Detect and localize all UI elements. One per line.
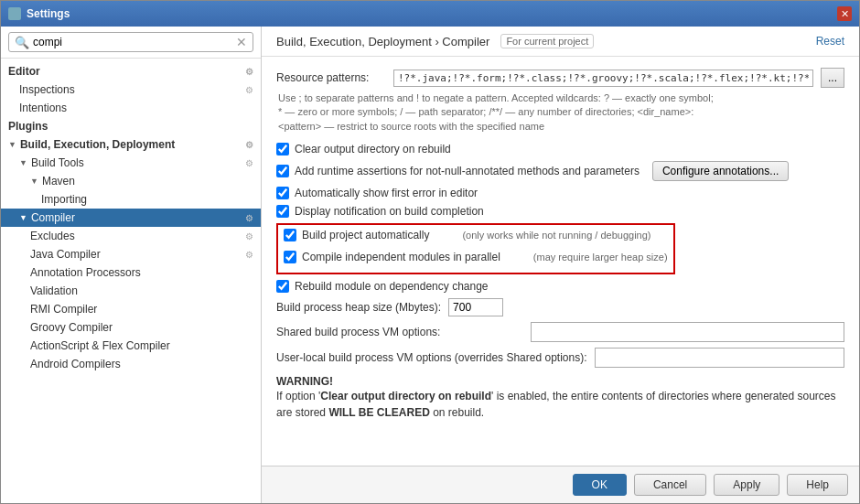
shared-vm-input[interactable] [531,322,844,342]
compile-parallel-note: (may require larger heap size) [533,252,668,263]
resource-patterns-input[interactable] [393,70,813,87]
rebuild-module-label[interactable]: Rebuild module on dependency change [295,280,489,293]
annotation-processors-label: Annotation Processors [30,266,141,279]
rebuild-module-row: Rebuild module on dependency change [276,280,844,293]
title-bar: Settings ✕ [1,1,859,27]
compile-parallel-label[interactable]: Compile independent modules in parallel [302,251,500,263]
search-icon: 🔍 [15,36,29,49]
build-config-icon: ⚙ [245,140,253,150]
breadcrumb: Build, Execution, Deployment › Compiler … [276,34,594,48]
settings-app-icon [8,7,21,20]
display-notification-row: Display notification on build completion [276,205,844,218]
heap-size-row: Build process heap size (Mbytes): [276,298,844,316]
main-panel: Build, Execution, Deployment › Compiler … [262,27,859,503]
search-box: 🔍 ✕ [1,27,261,59]
maven-label: Maven [42,175,75,188]
heap-size-label: Build process heap size (Mbytes): [276,301,441,314]
sidebar-item-editor[interactable]: Editor ⚙ [1,62,261,80]
sidebar-tree: Editor ⚙ Inspections ⚙ Intentions Plugin… [1,59,261,503]
inspections-config-icon: ⚙ [245,85,253,95]
resource-patterns-label: Resource patterns: [276,71,386,84]
clear-output-label[interactable]: Clear output directory on rebuild [295,143,451,155]
display-notification-checkbox[interactable] [276,205,289,218]
sidebar-item-validation[interactable]: Validation [1,282,261,300]
sidebar-item-android[interactable]: Android Compilers [1,355,261,373]
java-compiler-config-icon: ⚙ [245,250,253,260]
sidebar-item-build-execution[interactable]: ▼ Build, Execution, Deployment ⚙ [1,135,261,154]
main-content: Resource patterns: ... Use ; to separate… [262,57,859,466]
highlighted-section: Build project automatically (only works … [276,223,675,274]
runtime-assertions-row: Add runtime assertions for not-null-anno… [276,161,844,181]
help-button[interactable]: Help [787,474,848,496]
sidebar-item-actionscript[interactable]: ActionScript & Flex Compiler [1,337,261,355]
apply-button[interactable]: Apply [714,474,779,496]
warning-section: WARNING! If option 'Clear output directo… [276,375,844,421]
sidebar-item-importing[interactable]: Importing [1,190,261,209]
intentions-label: Intentions [19,102,67,114]
clear-output-row: Clear output directory on rebuild [276,143,844,155]
heap-size-input[interactable] [448,298,503,316]
sidebar-item-plugins[interactable]: Plugins [1,117,261,135]
build-tools-config-icon: ⚙ [245,158,253,168]
cancel-button[interactable]: Cancel [634,474,706,496]
search-input[interactable] [33,36,236,48]
build-auto-row: Build project automatically (only works … [284,229,668,241]
auto-show-error-checkbox[interactable] [276,187,289,199]
build-tools-triangle: ▼ [19,158,27,167]
sidebar-item-inspections[interactable]: Inspections ⚙ [1,80,261,99]
validation-label: Validation [30,284,78,297]
auto-show-error-row: Automatically show first error in editor [276,187,844,199]
build-execution-label: Build, Execution, Deployment [20,138,175,151]
shared-vm-label: Shared build process VM options: [276,326,523,338]
configure-annotations-button[interactable]: Configure annotations... [652,161,789,181]
compiler-label: Compiler [31,211,75,224]
sidebar-item-groovy-compiler[interactable]: Groovy Compiler [1,318,261,337]
build-auto-checkbox[interactable] [284,229,296,241]
build-tools-label: Build Tools [31,156,84,169]
compiler-config-icon: ⚙ [245,213,253,223]
sidebar-item-build-tools[interactable]: ▼ Build Tools ⚙ [1,154,261,172]
sidebar-item-maven[interactable]: ▼ Maven [1,172,261,190]
maven-triangle: ▼ [30,177,38,186]
sidebar-item-compiler[interactable]: ▼ Compiler ⚙ [1,209,261,227]
search-wrapper: 🔍 ✕ [8,32,253,52]
sidebar-item-java-compiler[interactable]: Java Compiler ⚙ [1,245,261,263]
build-auto-label[interactable]: Build project automatically [302,229,429,241]
plugins-label: Plugins [8,120,48,133]
excludes-config-icon: ⚙ [245,231,253,241]
inspections-label: Inspections [19,83,75,96]
content-area: 🔍 ✕ Editor ⚙ Inspections ⚙ Intentions [1,27,859,503]
clear-output-checkbox[interactable] [276,143,289,155]
auto-show-error-label[interactable]: Automatically show first error in editor [295,187,478,199]
runtime-assertions-checkbox[interactable] [276,165,289,177]
sidebar-item-annotation-processors[interactable]: Annotation Processors [1,263,261,282]
sidebar-item-excludes[interactable]: Excludes ⚙ [1,227,261,245]
compile-parallel-row: Compile independent modules in parallel … [284,251,668,263]
display-notification-label[interactable]: Display notification on build completion [295,205,484,218]
rebuild-module-checkbox[interactable] [276,280,289,293]
userlocal-vm-row: User-local build process VM options (ove… [276,348,844,368]
window-title: Settings [27,7,70,20]
android-label: Android Compilers [30,358,121,370]
shared-vm-row: Shared build process VM options: [276,322,844,342]
runtime-assertions-label[interactable]: Add runtime assertions for not-null-anno… [295,165,640,177]
sidebar-item-rmi-compiler[interactable]: RMI Compiler [1,300,261,318]
compiler-triangle: ▼ [19,213,27,222]
warning-text: If option 'Clear output directory on reb… [276,388,844,421]
sidebar-item-intentions[interactable]: Intentions [1,99,261,117]
build-auto-note: (only works while not running / debuggin… [462,230,650,241]
close-button[interactable]: ✕ [837,6,852,21]
importing-label: Importing [41,193,87,206]
bottom-bar: OK Cancel Apply Help [262,466,859,503]
main-header: Build, Execution, Deployment › Compiler … [262,27,859,57]
compile-parallel-checkbox[interactable] [284,251,296,263]
hint-text: Use ; to separate patterns and ! to nega… [276,91,844,134]
search-clear-icon[interactable]: ✕ [236,35,247,49]
ok-button[interactable]: OK [573,474,627,496]
browse-button[interactable]: ... [821,68,844,88]
editor-config-icon: ⚙ [245,67,253,77]
actionscript-label: ActionScript & Flex Compiler [30,339,170,352]
java-compiler-label: Java Compiler [30,248,101,261]
reset-link[interactable]: Reset [816,35,844,48]
userlocal-vm-input[interactable] [595,348,845,368]
